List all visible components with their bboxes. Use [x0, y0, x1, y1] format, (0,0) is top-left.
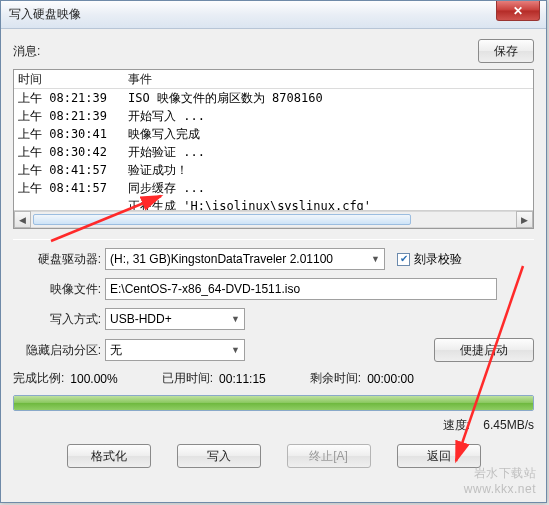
log-row[interactable]: 上午 08:30:42开始验证 ... [14, 143, 533, 161]
bottom-buttons: 格式化 写入 终止[A] 返回 [13, 444, 534, 468]
done-value: 100.00% [70, 372, 117, 386]
hidden-boot-select[interactable]: 无 ▼ [105, 339, 245, 361]
drive-label: 硬盘驱动器: [13, 251, 105, 268]
log-time: 上午 08:41:57 [14, 161, 126, 179]
log-time: 上午 08:21:39 [14, 89, 126, 107]
dialog-window: 写入硬盘映像 ✕ 消息: 保存 时间 事件 上午 08:21:39ISO 映像文… [0, 0, 547, 503]
verify-checkbox-label: 刻录校验 [414, 251, 462, 268]
write-button[interactable]: 写入 [177, 444, 261, 468]
log-row[interactable]: 上午 08:21:39开始写入 ... [14, 107, 533, 125]
chevron-down-icon: ▼ [371, 254, 380, 264]
drive-select[interactable]: (H:, 31 GB)KingstonDataTraveler 2.01100 … [105, 248, 385, 270]
remain-value: 00:00:00 [367, 372, 414, 386]
write-method-value: USB-HDD+ [110, 312, 172, 326]
easy-boot-button[interactable]: 便捷启动 [434, 338, 534, 362]
format-button[interactable]: 格式化 [67, 444, 151, 468]
scroll-left-button[interactable]: ◀ [14, 211, 31, 228]
abort-button: 终止[A] [287, 444, 371, 468]
log-event: 映像写入完成 [126, 125, 533, 143]
log-event: 开始验证 ... [126, 143, 533, 161]
scroll-track[interactable] [31, 211, 516, 228]
log-row[interactable]: 上午 08:41:57验证成功！ [14, 161, 533, 179]
log-header: 时间 事件 [14, 70, 533, 89]
log-time: 上午 08:21:39 [14, 107, 126, 125]
log-time [14, 197, 126, 210]
write-method-select[interactable]: USB-HDD+ ▼ [105, 308, 245, 330]
scroll-right-button[interactable]: ▶ [516, 211, 533, 228]
done-label: 完成比例: [13, 370, 64, 387]
log-row[interactable]: 正在生成 'H:\isolinux\syslinux.cfg' [14, 197, 533, 210]
log-time: 上午 08:30:41 [14, 125, 126, 143]
log-event: 同步缓存 ... [126, 179, 533, 197]
image-path-input[interactable] [105, 278, 497, 300]
close-icon: ✕ [513, 5, 523, 17]
watermark-line2: www.kkx.net [464, 482, 536, 496]
messages-label: 消息: [13, 43, 40, 60]
hidden-boot-value: 无 [110, 342, 122, 359]
speed-label: 速度: [443, 418, 470, 432]
elapsed-label: 已用时间: [162, 370, 213, 387]
log-time: 上午 08:41:57 [14, 179, 126, 197]
close-button[interactable]: ✕ [496, 1, 540, 21]
log-event: 验证成功！ [126, 161, 533, 179]
drive-value: (H:, 31 GB)KingstonDataTraveler 2.01100 [110, 252, 333, 266]
col-event-header: 事件 [126, 70, 533, 88]
chevron-down-icon: ▼ [231, 345, 240, 355]
save-button[interactable]: 保存 [478, 39, 534, 63]
progress-bar [13, 395, 534, 411]
log-event: ISO 映像文件的扇区数为 8708160 [126, 89, 533, 107]
log-event: 正在生成 'H:\isolinux\syslinux.cfg' [126, 197, 533, 210]
log-body: 上午 08:21:39ISO 映像文件的扇区数为 8708160上午 08:21… [14, 89, 533, 210]
watermark-line1: 岩水下载站 [464, 465, 536, 482]
remain-label: 剩余时间: [310, 370, 361, 387]
write-method-label: 写入方式: [13, 311, 105, 328]
checkbox-checked-icon: ✔ [397, 253, 410, 266]
col-time-header: 时间 [14, 70, 126, 88]
stats-row: 完成比例: 100.00% 已用时间: 00:11:15 剩余时间: 00:00… [13, 370, 534, 387]
scroll-thumb[interactable] [33, 214, 411, 225]
window-title: 写入硬盘映像 [9, 6, 81, 23]
separator [13, 239, 534, 240]
log-row[interactable]: 上午 08:21:39ISO 映像文件的扇区数为 8708160 [14, 89, 533, 107]
log-listview[interactable]: 时间 事件 上午 08:21:39ISO 映像文件的扇区数为 8708160上午… [13, 69, 534, 229]
log-row[interactable]: 上午 08:41:57同步缓存 ... [14, 179, 533, 197]
progress-fill [14, 396, 533, 410]
elapsed-value: 00:11:15 [219, 372, 266, 386]
verify-checkbox[interactable]: ✔ 刻录校验 [397, 251, 462, 268]
speed-value: 6.45MB/s [483, 418, 534, 432]
image-label: 映像文件: [13, 281, 105, 298]
horizontal-scrollbar[interactable]: ◀ ▶ [14, 210, 533, 228]
watermark: 岩水下载站 www.kkx.net [464, 465, 536, 496]
hidden-boot-label: 隐藏启动分区: [13, 342, 105, 359]
log-row[interactable]: 上午 08:30:41映像写入完成 [14, 125, 533, 143]
chevron-down-icon: ▼ [231, 314, 240, 324]
log-time: 上午 08:30:42 [14, 143, 126, 161]
log-event: 开始写入 ... [126, 107, 533, 125]
titlebar: 写入硬盘映像 ✕ [1, 1, 546, 29]
client-area: 消息: 保存 时间 事件 上午 08:21:39ISO 映像文件的扇区数为 87… [1, 29, 546, 476]
